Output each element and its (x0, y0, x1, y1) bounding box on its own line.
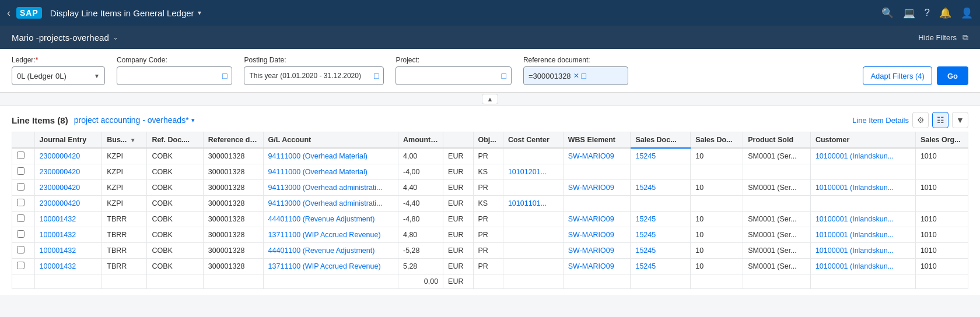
th-costctr[interactable]: Cost Center (503, 132, 563, 149)
wbs-link[interactable]: SW-MARIO09 (568, 246, 614, 255)
journal-link[interactable]: 100001432 (40, 246, 76, 255)
cell-cur: EUR (443, 212, 473, 227)
variant-chevron[interactable]: ⌄ (113, 33, 118, 41)
customer-link[interactable]: 10100001 (Inlandskun... (816, 231, 894, 239)
row-checkbox[interactable] (17, 152, 24, 159)
th-glacc[interactable]: G/L Account (263, 132, 398, 149)
glacc-link[interactable]: 13711100 (WIP Accrued Revenue) (268, 231, 381, 239)
user-icon[interactable]: 👤 (961, 7, 973, 19)
cell-cur: EUR (443, 164, 473, 180)
salesdoc-link[interactable]: 15245 (635, 231, 656, 239)
th-bus[interactable]: Bus... ▼ (102, 132, 147, 149)
table-row: 100001432TBRRCOBK30000132844401100 (Reve… (12, 243, 968, 259)
expand-icon[interactable]: ⧉ (963, 33, 968, 43)
glacc-link[interactable]: 94113000 (Overhead administrati... (268, 184, 383, 192)
glacc-link[interactable]: 44401100 (Revenue Adjustment) (268, 246, 375, 255)
journal-link[interactable]: 2300000420 (40, 184, 80, 192)
glacc-link[interactable]: 94111000 (Overhead Material) (268, 168, 368, 176)
journal-link[interactable]: 100001432 (40, 215, 76, 223)
hide-filters-button[interactable]: Hide Filters (918, 33, 957, 42)
th-journal[interactable]: Journal Entry (34, 132, 102, 149)
posting-date-input[interactable] (249, 72, 372, 80)
row-checkbox[interactable] (17, 214, 24, 222)
th-customer[interactable]: Customer (810, 132, 915, 149)
th-wbs[interactable]: WBS Element (563, 132, 631, 149)
th-checkbox[interactable] (12, 132, 35, 149)
th-refdoc2[interactable]: Reference do... (203, 132, 263, 149)
glacc-link[interactable]: 94113000 (Overhead administrati... (268, 199, 383, 207)
customer-link[interactable]: 10100001 (Inlandskun... (816, 246, 894, 255)
posting-date-input-wrap: □ (244, 66, 384, 85)
salesdoc-link[interactable]: 15245 (635, 262, 656, 270)
glacc-link[interactable]: 13711100 (WIP Accrued Revenue) (268, 262, 381, 270)
company-code-popup-icon[interactable]: □ (222, 71, 227, 80)
wbs-link[interactable]: SW-MARIO09 (568, 152, 614, 160)
search-icon[interactable]: 🔍 (881, 7, 894, 19)
row-checkbox[interactable] (17, 262, 24, 269)
variant-name[interactable]: Mario -projects-overhead (12, 33, 109, 43)
cell-costctr: 10101201... (503, 164, 563, 180)
row-checkbox[interactable] (17, 199, 24, 206)
wbs-link[interactable]: SW-MARIO09 (568, 215, 614, 223)
journal-link[interactable]: 2300000420 (40, 152, 80, 160)
expand-icon-btn[interactable]: ▼ (952, 112, 968, 128)
project-input[interactable] (401, 72, 499, 80)
journal-link[interactable]: 2300000420 (40, 168, 80, 176)
top-navigation: ‹ SAP Display Line Items in General Ledg… (0, 0, 980, 26)
glacc-link[interactable]: 94111000 (Overhead Material) (268, 152, 368, 160)
glacc-link[interactable]: 44401100 (Revenue Adjustment) (268, 215, 375, 223)
ref-doc-remove-icon[interactable]: ✕ (573, 72, 579, 80)
adapt-filters-button[interactable]: Adapt Filters (4) (863, 66, 932, 85)
nav-title-chevron[interactable]: ▾ (198, 9, 201, 17)
cell-wbs: SW-MARIO09 (563, 227, 631, 243)
th-amount[interactable]: Amount in CC C... (398, 132, 443, 149)
journal-link[interactable]: 100001432 (40, 262, 76, 270)
ledger-select[interactable]: 0L (Ledger 0L) (17, 72, 92, 80)
back-button[interactable]: ‹ (7, 7, 10, 19)
project-popup-icon[interactable]: □ (501, 71, 506, 80)
collapse-button[interactable]: ▲ (482, 94, 498, 104)
journal-link[interactable]: 2300000420 (40, 199, 80, 207)
help-icon[interactable]: ? (925, 7, 930, 19)
th-salesdo2[interactable]: Sales Do... (691, 132, 743, 149)
company-code-input[interactable] (122, 72, 220, 80)
salesdoc-link[interactable]: 15245 (635, 215, 656, 223)
cell-salesdo2: 10 (691, 148, 743, 164)
costctr-link[interactable]: 10101101... (508, 199, 547, 207)
apps-icon[interactable]: 💻 (903, 7, 915, 19)
row-checkbox[interactable] (17, 167, 24, 175)
customer-link[interactable]: 10100001 (Inlandskun... (816, 152, 894, 160)
wbs-link[interactable]: SW-MARIO09 (568, 262, 614, 270)
cell-refdoc: COBK (147, 212, 203, 227)
th-product[interactable]: Product Sold (743, 132, 811, 149)
th-refdoc[interactable]: Ref. Doc.... (147, 132, 203, 149)
go-button[interactable]: Go (937, 66, 968, 85)
row-checkbox[interactable] (17, 246, 24, 253)
posting-date-popup-icon[interactable]: □ (374, 71, 379, 80)
ledger-select-wrap: 0L (Ledger 0L) ▼ (12, 66, 105, 85)
th-salesdoc[interactable]: Sales Doc... (631, 132, 691, 149)
salesdoc-link[interactable]: 15245 (635, 246, 656, 255)
cell-costctr (503, 180, 563, 196)
customer-link[interactable]: 10100001 (Inlandskun... (816, 215, 894, 223)
th-obj[interactable]: Obj... (473, 132, 503, 149)
ref-doc-filter-group: Reference document: =300001328 ✕ □ (523, 56, 628, 85)
journal-link[interactable]: 100001432 (40, 231, 76, 239)
salesdoc-link[interactable]: 15245 (635, 184, 656, 192)
wbs-link[interactable]: SW-MARIO09 (568, 231, 614, 239)
costctr-link[interactable]: 10101201... (508, 168, 547, 176)
line-item-details-button[interactable]: Line Item Details (852, 116, 909, 125)
customer-link[interactable]: 10100001 (Inlandskun... (816, 184, 894, 192)
table-view-icon-btn[interactable]: ☷ (932, 112, 949, 128)
th-salesorg[interactable]: Sales Org... (915, 132, 968, 149)
notifications-icon[interactable]: 🔔 (939, 7, 951, 19)
row-checkbox[interactable] (17, 183, 24, 191)
ref-doc-popup-icon[interactable]: □ (582, 71, 586, 80)
salesdoc-link[interactable]: 15245 (635, 152, 656, 160)
section-subtitle[interactable]: project accounting - overheads* ▾ (74, 115, 195, 125)
customer-link[interactable]: 10100001 (Inlandskun... (816, 262, 894, 270)
row-checkbox[interactable] (17, 230, 24, 238)
settings-icon-btn[interactable]: ⚙ (912, 112, 929, 128)
filters-row: Ledger:* 0L (Ledger 0L) ▼ Company Code: … (12, 56, 968, 85)
wbs-link[interactable]: SW-MARIO09 (568, 184, 614, 192)
